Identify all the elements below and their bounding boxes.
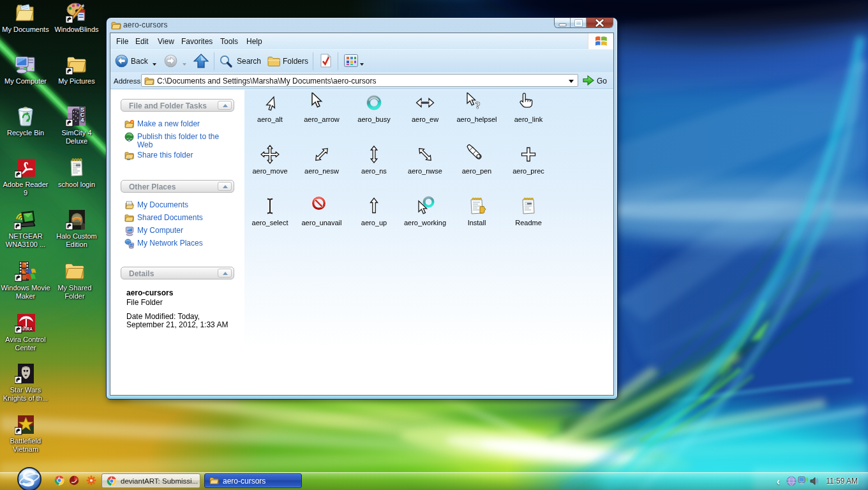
svg-text:4: 4 — [80, 117, 84, 123]
svg-text:?: ? — [475, 100, 481, 110]
